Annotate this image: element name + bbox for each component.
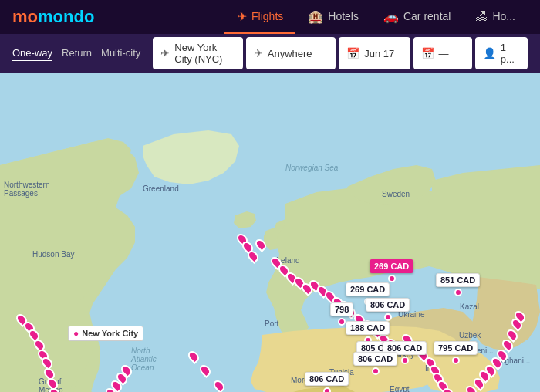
search-fields: ✈ New York City (NYC) ✈ Anywhere 📅 Jun 1…: [153, 37, 528, 69]
person-icon: 👤: [483, 47, 496, 59]
price-pin-269-top[interactable]: 269 CAD: [370, 259, 413, 282]
pin-dot: [388, 275, 396, 282]
holidays-icon: 🏖: [475, 9, 488, 23]
price-pin-806-fl[interactable]: 806 CAD: [305, 372, 349, 392]
price-label: 798: [330, 302, 353, 316]
tab-hotels-label: Hotels: [328, 10, 359, 22]
price-label: 795 CAD: [434, 341, 478, 355]
tab-hotels[interactable]: 🏨 Hotels: [295, 0, 371, 34]
price-label: 188 CAD: [346, 321, 390, 335]
pin-dot: [384, 313, 392, 321]
pin-dot: [372, 367, 380, 375]
calendar-icon: 📅: [346, 47, 359, 59]
pin-small[interactable]: [122, 364, 131, 377]
price-label: 851 CAD: [436, 273, 480, 287]
pin-dot: [323, 387, 331, 392]
trip-one-way[interactable]: One-way: [12, 46, 52, 61]
pin-small[interactable]: [248, 250, 258, 262]
origin-icon: ✈: [160, 47, 170, 59]
price-pin-806-bl[interactable]: 806 CAD: [353, 352, 397, 375]
tab-holidays-label: Ho...: [492, 10, 515, 22]
price-label: 806 CAD: [366, 298, 410, 312]
destination-icon: ✈: [254, 47, 263, 59]
tab-flights[interactable]: ✈ Flights: [224, 0, 295, 34]
nyc-label[interactable]: ● New York City: [68, 326, 143, 341]
car-icon: 🚗: [383, 9, 399, 24]
price-pin-806-top[interactable]: 806 CAD: [366, 298, 410, 321]
trip-multi-city[interactable]: Multi-city: [101, 46, 140, 61]
tab-flights-label: Flights: [251, 10, 283, 22]
price-label: 269 CAD: [370, 259, 413, 273]
logo-mo: mo: [12, 7, 38, 26]
nav-tabs: ✈ Flights 🏨 Hotels 🚗 Car rental 🏖 Ho...: [224, 0, 528, 34]
passengers-value: 1 p...: [501, 42, 520, 65]
flights-icon: ✈: [237, 9, 247, 24]
price-pin-851[interactable]: 851 CAD: [436, 273, 480, 296]
price-label: 806 CAD: [353, 352, 397, 366]
pin-small[interactable]: [189, 350, 198, 363]
pin-dot: [401, 357, 409, 364]
search-bar: One-way Return Multi-city ✈ New York Cit…: [0, 34, 540, 73]
pin-dot: [338, 318, 346, 326]
price-label: 806 CAD: [305, 372, 349, 386]
trip-return[interactable]: Return: [62, 46, 92, 61]
header: momondo ✈ Flights 🏨 Hotels 🚗 Car rental …: [0, 0, 540, 34]
tab-car-rental[interactable]: 🚗 Car rental: [371, 0, 463, 34]
pin-dot: [454, 289, 462, 296]
pin-small[interactable]: [50, 387, 59, 392]
pin-small[interactable]: [444, 387, 453, 392]
pin-small[interactable]: [508, 329, 517, 341]
logo-mondo: mondo: [38, 7, 94, 26]
tab-car-label: Car rental: [403, 10, 451, 22]
price-pin-795[interactable]: 795 CAD: [434, 341, 478, 364]
map-background: Greenland Hudson Bay NorthwesternPassage…: [0, 73, 540, 392]
pin-small[interactable]: [214, 380, 224, 392]
pin-small[interactable]: [515, 310, 525, 323]
pin-small[interactable]: [201, 364, 210, 377]
date-to-field[interactable]: 📅 —: [413, 37, 472, 69]
calendar2-icon: 📅: [421, 47, 434, 59]
destination-field[interactable]: ✈ Anywhere: [246, 37, 336, 69]
origin-field[interactable]: ✈ New York City (NYC): [153, 37, 242, 69]
date-to-value: —: [439, 48, 449, 59]
pin-small[interactable]: [256, 238, 265, 251]
pin-dot: [452, 357, 460, 364]
nyc-dot: ●: [73, 328, 79, 339]
date-from-value: Jun 17: [364, 48, 394, 59]
logo[interactable]: momondo: [12, 7, 94, 27]
origin-value: New York City (NYC): [174, 42, 235, 65]
map-container[interactable]: Greenland Hudson Bay NorthwesternPassage…: [0, 73, 540, 392]
hotels-icon: 🏨: [308, 9, 323, 24]
tab-holidays[interactable]: 🏖 Ho...: [463, 0, 528, 34]
trip-type-tabs: One-way Return Multi-city: [12, 46, 140, 61]
date-from-field[interactable]: 📅 Jun 17: [339, 37, 410, 69]
passengers-field[interactable]: 👤 1 p...: [475, 37, 528, 69]
price-label: 269 CAD: [346, 282, 390, 296]
nyc-text: New York City: [82, 329, 138, 338]
destination-value: Anywhere: [268, 48, 312, 59]
